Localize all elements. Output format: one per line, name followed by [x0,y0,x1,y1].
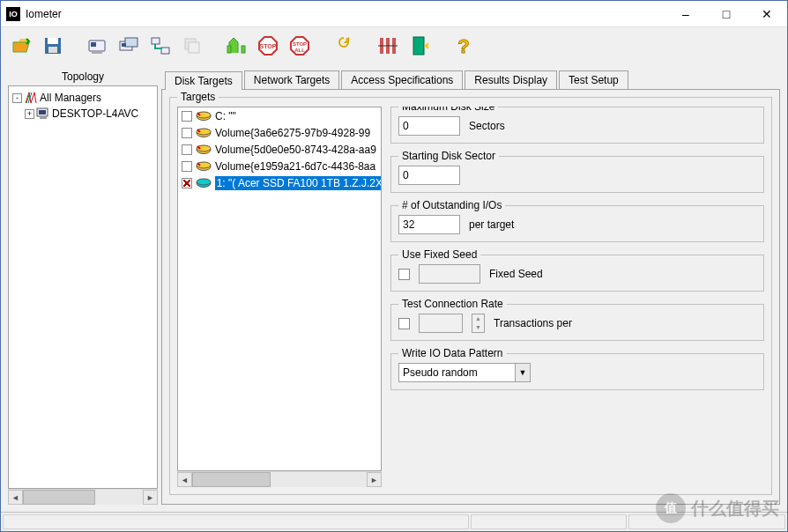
tree-root-label: All Managers [40,92,101,104]
scroll-track[interactable] [23,490,143,505]
target-checkbox[interactable] [182,178,192,188]
svg-rect-2 [48,47,57,53]
max-disk-size-unit: Sectors [469,120,505,132]
disk-yellow-icon [196,111,212,122]
scroll-right-icon[interactable]: ► [367,472,382,487]
write-pattern-combo[interactable]: Pseudo random ▼ [398,363,531,382]
tab-results-display[interactable]: Results Display [465,70,557,89]
target-label: C: "" [215,110,236,122]
max-disk-size-group: Maximum Disk Size Sectors [390,107,764,144]
exit-icon[interactable] [405,31,435,61]
targets-list[interactable]: C: ""Volume{3a6e6275-97b9-4928-99Volume{… [177,107,382,471]
scroll-thumb[interactable] [192,472,271,487]
minimize-button[interactable]: – [665,1,706,27]
tree-root[interactable]: - All Managers [11,90,155,106]
chevron-down-icon[interactable]: ▼ [515,364,530,381]
svg-text:STOP: STOP [293,41,307,47]
tree-collapse-icon[interactable]: - [12,93,22,103]
svg-rect-9 [152,38,160,44]
outstanding-ios-unit: per target [469,218,514,231]
fixed-seed-group: Use Fixed Seed Fixed Seed [390,255,764,292]
svg-rect-5 [92,51,102,54]
start-sector-label: Starting Disk Sector [398,150,499,162]
target-item[interactable]: Volume{e1959a21-6d7c-4436-8aa [178,158,381,174]
client-area: Topology - All Managers + DESKTOP-L4AVC … [1,64,787,512]
svg-text:STOP: STOP [260,43,277,49]
targets-group: Targets C: ""Volume{3a6e6275-97b9-4928-9… [169,97,772,495]
fixed-seed-label: Use Fixed Seed [398,248,480,261]
copy-worker-icon[interactable] [177,31,207,61]
network-worker-icon[interactable] [145,31,175,61]
tree-expand-icon[interactable]: + [25,109,34,119]
tab-test-setup[interactable]: Test Setup [559,70,628,89]
topology-title: Topology [8,68,158,85]
svg-text:ALL: ALL [294,48,305,53]
tab-bar: Disk Targets Network Targets Access Spec… [161,68,780,89]
svg-rect-27 [40,117,47,119]
open-icon[interactable] [6,31,36,61]
spin-up-icon[interactable]: ▲ [472,314,484,323]
target-label: Volume{5d0e0e50-8743-428a-aa9 [215,144,376,156]
topology-tree[interactable]: - All Managers + DESKTOP-L4AVC [8,85,158,489]
tab-disk-targets[interactable]: Disk Targets [165,71,242,90]
tree-item[interactable]: + DESKTOP-L4AVC [11,106,155,122]
target-item[interactable]: C: "" [178,107,381,124]
status-cell [628,514,785,529]
scroll-right-icon[interactable]: ► [143,490,158,505]
svg-point-37 [197,179,211,185]
svg-rect-4 [91,42,96,47]
close-button[interactable]: ✕ [747,1,787,27]
start-sector-group: Starting Disk Sector [390,156,764,193]
outstanding-ios-input[interactable] [398,215,460,234]
about-icon[interactable]: ? [449,31,479,61]
reset-icon[interactable] [329,31,359,61]
target-checkbox[interactable] [182,144,192,155]
conn-rate-spinner[interactable]: ▲▼ [472,314,485,333]
start-sector-input[interactable] [398,166,460,185]
target-item[interactable]: Volume{5d0e0e50-8743-428a-aa9 [178,141,381,158]
stop-icon[interactable]: STOP [253,31,283,61]
target-label: Volume{e1959a21-6d7c-4436-8aa [215,160,375,173]
status-cell [471,514,628,529]
target-label: 1: "( Acer SSD FA100 1TB 1.Z.J.2X [215,176,381,190]
duplicate-worker-icon[interactable] [114,31,144,61]
targets-group-label: Targets [177,91,219,103]
svg-rect-12 [189,42,199,53]
stop-all-icon[interactable]: STOPALL [285,31,315,61]
status-bar [1,512,787,531]
target-label: Volume{3a6e6275-97b9-4928-99 [215,127,370,139]
scroll-track[interactable] [192,472,367,487]
tab-network-targets[interactable]: Network Targets [244,70,339,89]
target-checkbox[interactable] [182,111,192,122]
access-spec-icon[interactable] [373,31,403,61]
svg-rect-10 [161,48,169,54]
tab-access-specs[interactable]: Access Specifications [341,70,463,89]
managers-icon [24,91,38,105]
maximize-button[interactable]: □ [706,1,747,27]
target-checkbox[interactable] [182,161,192,172]
conn-rate-checkbox[interactable] [398,318,410,329]
app-window: IO Iometer – □ ✕ STOP STOPALL ? Topology [0,0,788,532]
max-disk-size-label: Maximum Disk Size [398,107,498,113]
targets-list-wrap: C: ""Volume{3a6e6275-97b9-4928-99Volume{… [177,107,382,487]
target-item[interactable]: Volume{3a6e6275-97b9-4928-99 [178,124,381,141]
computer-icon [36,107,50,121]
spin-down-icon[interactable]: ▼ [472,323,484,332]
conn-rate-group: Test Connection Rate ▲▼ Transactions per [390,304,764,341]
new-worker-icon[interactable] [82,31,112,61]
main-area: Disk Targets Network Targets Access Spec… [161,68,780,505]
max-disk-size-input[interactable] [398,116,460,136]
fixed-seed-checkbox[interactable] [398,269,410,280]
topology-scrollbar[interactable]: ◄ ► [8,489,158,505]
target-checkbox[interactable] [182,128,192,138]
save-icon[interactable] [38,31,68,61]
tab-panel: Targets C: ""Volume{3a6e6275-97b9-4928-9… [161,89,780,505]
target-item[interactable]: 1: "( Acer SSD FA100 1TB 1.Z.J.2X [178,174,381,191]
scroll-left-icon[interactable]: ◄ [8,490,23,505]
scroll-left-icon[interactable]: ◄ [177,472,192,487]
disk-cyan-icon [196,178,212,188]
conn-rate-input [419,314,463,333]
targets-scrollbar[interactable]: ◄ ► [177,471,382,487]
scroll-thumb[interactable] [23,490,95,505]
start-icon[interactable] [221,31,251,61]
